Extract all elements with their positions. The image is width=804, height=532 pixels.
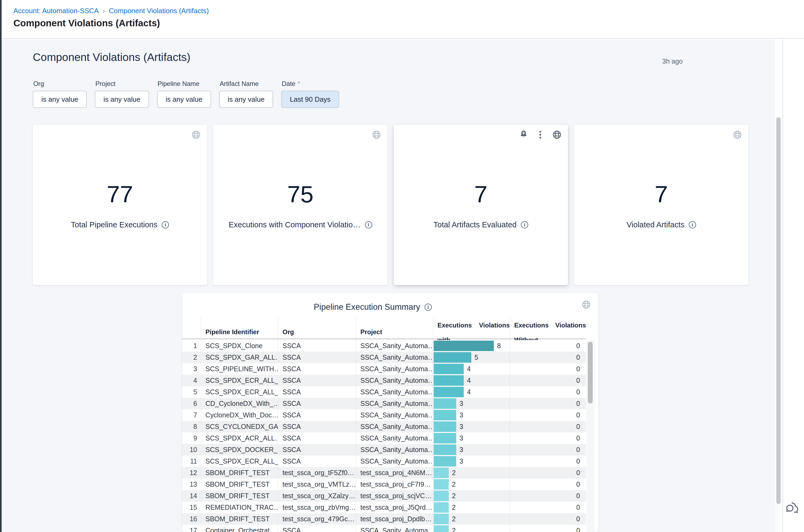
violations-bar bbox=[434, 525, 449, 532]
cell-executions-with-violations: 2 bbox=[433, 513, 510, 525]
cell-project: test_ssca_proj_J5Qrd… bbox=[356, 502, 433, 513]
cell-pipeline-identifier: SCS_SPDX_Clone bbox=[201, 340, 278, 352]
violations-bar-value: 3 bbox=[460, 423, 463, 431]
cell-executions-with-violations: 2 bbox=[433, 479, 510, 490]
cell-executions-with-violations: 5 bbox=[433, 352, 510, 363]
violations-bar bbox=[434, 364, 464, 374]
breadcrumb-page-link[interactable]: Component Violations (Artifacts) bbox=[109, 7, 209, 15]
violations-bar-value: 2 bbox=[452, 469, 456, 477]
table-row[interactable]: 16SBOM_DRIFT_TESTtest_ssca_org_479Gc…tes… bbox=[182, 513, 586, 525]
cell-org: test_ssca_org_479Gc… bbox=[278, 513, 356, 525]
globe-icon[interactable] bbox=[371, 130, 381, 140]
cell-pipeline-identifier: SCS_SPDX_ECR_ALL_… bbox=[201, 456, 278, 467]
table-row[interactable]: 9SCS_SPDX_ACR_ALL…SSCASSCA_Sanity_Automa… bbox=[182, 432, 586, 444]
table-row[interactable]: 1SCS_SPDX_CloneSSCASSCA_Sanity_Automa…80 bbox=[182, 340, 586, 352]
dashboard-scrollbar-thumb[interactable] bbox=[777, 117, 781, 504]
cell-project: test_ssca_proj_scjVC… bbox=[356, 490, 433, 502]
cell-org: SSCA bbox=[278, 340, 356, 352]
violations-bar-value: 2 bbox=[452, 492, 456, 500]
breadcrumb-account-link[interactable]: Account: Automation-SSCA bbox=[14, 7, 99, 15]
violations-bar bbox=[434, 352, 471, 363]
dashboard-right-border bbox=[783, 39, 783, 532]
globe-icon[interactable] bbox=[732, 130, 743, 140]
filter-label: Artifact Name bbox=[220, 80, 273, 88]
table-row[interactable]: 10SCS_SPDX_DOCKER_…SSCASSCA_Sanity_Autom… bbox=[182, 444, 586, 456]
cell-executions-with-violations: 3 bbox=[433, 444, 510, 456]
cell-pipeline-identifier: SCS_SPDX_ECR_ALL_… bbox=[201, 386, 278, 398]
tile-label-row: Total Pipeline Executions bbox=[71, 221, 169, 229]
cell-executions-without-violations: 0 bbox=[510, 432, 586, 444]
last-refreshed-label: 3h ago bbox=[662, 57, 683, 65]
tile-label-row: Violated Artifacts bbox=[627, 221, 696, 229]
info-icon[interactable] bbox=[365, 221, 372, 228]
violations-bar bbox=[434, 491, 449, 501]
table-row[interactable]: 12SBOM_DRIFT_TESTtest_ssca_org_tF5Zf0…te… bbox=[182, 467, 586, 479]
table-row[interactable]: 2SCS_SPDX_GAR_ALL…SSCASSCA_Sanity_Automa… bbox=[182, 352, 586, 363]
cell-project: SSCA_Sanity_Automa… bbox=[356, 421, 433, 432]
violations-bar-value: 3 bbox=[460, 434, 463, 442]
cell-org: SSCA bbox=[278, 421, 356, 432]
breadcrumb: Account: Automation-SSCA › Component Vio… bbox=[14, 6, 209, 15]
violations-bar-value: 2 bbox=[452, 504, 456, 511]
cell-project: SSCA_Sanity_Automa… bbox=[356, 398, 433, 409]
violations-bar-value: 3 bbox=[460, 446, 463, 454]
cell-pipeline-identifier: SCS_SPDX_DOCKER_… bbox=[201, 444, 278, 456]
info-icon[interactable] bbox=[521, 221, 528, 228]
tile-corner-icons bbox=[519, 130, 562, 140]
cell-project: SSCA_Sanity_Automa… bbox=[356, 340, 433, 352]
globe-icon[interactable] bbox=[191, 130, 201, 140]
violations-bar-value: 2 bbox=[452, 527, 456, 532]
cell-rank: 7 bbox=[185, 409, 201, 421]
cell-project: test_ssca_proj_cF7I9… bbox=[356, 479, 433, 490]
filter-value-button[interactable]: is any value bbox=[157, 91, 211, 108]
cell-pipeline-identifier: SBOM_DRIFT_TEST bbox=[201, 479, 278, 490]
cell-executions-without-violations: 0 bbox=[510, 386, 586, 398]
tile-corner-icons bbox=[732, 130, 743, 140]
table-row[interactable]: 11SCS_SPDX_ECR_ALL_…SSCASSCA_Sanity_Auto… bbox=[182, 456, 586, 467]
filter-value-button[interactable]: is any value bbox=[33, 91, 87, 108]
cell-executions-with-violations: 3 bbox=[433, 432, 510, 444]
table-title-row: Pipeline Execution Summary bbox=[182, 302, 563, 312]
chat-launcher-button[interactable] bbox=[785, 500, 800, 515]
cell-rank: 4 bbox=[185, 375, 201, 386]
table-row[interactable]: 6CD_CycloneDX_With_…SSCASSCA_Sanity_Auto… bbox=[182, 398, 586, 409]
table-row[interactable]: 17Container_Orchestrat…SSCASSCA_Sanity_A… bbox=[182, 525, 586, 532]
cell-executions-with-violations: 4 bbox=[433, 386, 510, 398]
violations-bar-value: 3 bbox=[460, 457, 463, 465]
info-icon[interactable] bbox=[425, 304, 432, 311]
filter-artifact-name: Artifact Nameis any value bbox=[219, 80, 273, 108]
table-row[interactable]: 5SCS_SPDX_ECR_ALL_…SSCASSCA_Sanity_Autom… bbox=[182, 386, 586, 398]
bell-plus-icon[interactable] bbox=[519, 130, 529, 140]
table-row[interactable]: 8SCS_CYCLONEDX_GA…SSCASSCA_Sanity_Automa… bbox=[182, 421, 586, 432]
cell-executions-with-violations: 2 bbox=[433, 490, 510, 502]
info-icon[interactable] bbox=[162, 221, 169, 228]
cell-project: SSCA_Sanity_Automa… bbox=[356, 363, 433, 375]
info-icon[interactable] bbox=[689, 221, 696, 228]
cell-pipeline-identifier: REMEDIATION_TRAC… bbox=[201, 502, 278, 513]
cell-executions-with-violations: 3 bbox=[433, 409, 510, 421]
tile-corner-icons bbox=[191, 130, 201, 140]
table-scrollbar-thumb[interactable] bbox=[588, 342, 593, 403]
cell-rank: 11 bbox=[185, 456, 201, 467]
filter-value-button[interactable]: Last 90 Days bbox=[281, 91, 339, 108]
filter-value-button[interactable]: is any value bbox=[219, 91, 273, 108]
cell-rank: 13 bbox=[185, 479, 201, 490]
breadcrumb-separator: › bbox=[102, 6, 105, 15]
cell-executions-with-violations: 2 bbox=[433, 467, 510, 479]
table-row[interactable]: 13SBOM_DRIFT_TESTtest_ssca_org_VMTLz…tes… bbox=[182, 479, 586, 490]
cell-executions-without-violations: 0 bbox=[510, 375, 586, 386]
page-title: Component Violations (Artifacts) bbox=[14, 18, 160, 28]
table-row[interactable]: 3SCS_PIPELINE_WITH…SSCASSCA_Sanity_Autom… bbox=[182, 363, 586, 375]
filter-value-button[interactable]: is any value bbox=[95, 91, 149, 108]
table-row[interactable]: 14SBOM_DRIFT_TESTtest_ssca_org_XZalzy…te… bbox=[182, 490, 586, 502]
table-row[interactable]: 7CycloneDX_With_Doc…SSCASSCA_Sanity_Auto… bbox=[182, 409, 586, 421]
table-row[interactable]: 15REMEDIATION_TRAC…test_ssca_org_zbVmg…t… bbox=[182, 502, 586, 513]
tile-value: 75 bbox=[287, 180, 314, 208]
violations-bar bbox=[434, 375, 464, 386]
kebab-icon[interactable] bbox=[535, 130, 545, 140]
globe-icon[interactable] bbox=[552, 130, 562, 140]
globe-icon[interactable] bbox=[581, 300, 591, 310]
table-row[interactable]: 4SCS_SPDX_ECR_ALL_…SSCASSCA_Sanity_Autom… bbox=[182, 375, 586, 386]
pipeline-execution-summary-card: Pipeline Execution Summary Pipeline Iden… bbox=[182, 293, 598, 532]
table-header-row: Pipeline IdentifierOrgProjectExecutions … bbox=[182, 317, 586, 339]
